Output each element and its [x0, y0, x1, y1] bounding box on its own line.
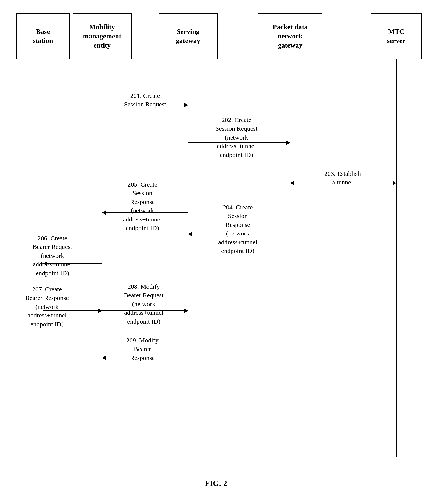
lifeline-mtc	[396, 59, 397, 457]
entity-sgw: Servinggateway	[159, 13, 218, 59]
figure-label: FIG. 2	[0, 479, 432, 488]
label-206: 206. CreateBearer Request(networkaddress…	[11, 234, 94, 277]
label-203: 203. Establisha tunnel	[312, 169, 373, 187]
entity-pgw: Packet datanetworkgateway	[258, 13, 322, 59]
arrowhead-204	[188, 232, 192, 236]
label-208: 208. ModifyBearer Request(networkaddress…	[105, 282, 183, 326]
entity-mtc: MTCserver	[371, 13, 422, 59]
label-209: 209. ModifyBearerResponse	[105, 336, 180, 362]
arrowhead-208	[184, 309, 188, 313]
entity-base-station: Basestation	[16, 13, 70, 59]
lifeline-sgw	[188, 59, 188, 457]
label-202: 202. CreateSession Request(networkaddres…	[191, 116, 282, 159]
label-204: 204. CreateSessionResponse(networkaddres…	[193, 203, 282, 255]
arrowhead-207	[98, 309, 102, 313]
diagram: Basestation Mobilitymanagemententity Ser…	[0, 0, 432, 504]
lifeline-pgw	[290, 59, 290, 457]
label-207: 207. CreateBearer Response(networkaddres…	[8, 285, 86, 328]
arrowhead-203-left	[290, 181, 294, 185]
arrowhead-203-right	[393, 181, 396, 185]
entity-mme: Mobilitymanagemententity	[73, 13, 132, 59]
label-205: 205. CreateSessionResponse(networkaddres…	[103, 180, 181, 232]
lifeline-mme	[102, 59, 102, 457]
arrowhead-202	[286, 141, 290, 145]
label-201: 201. CreateSession Request	[105, 91, 185, 109]
